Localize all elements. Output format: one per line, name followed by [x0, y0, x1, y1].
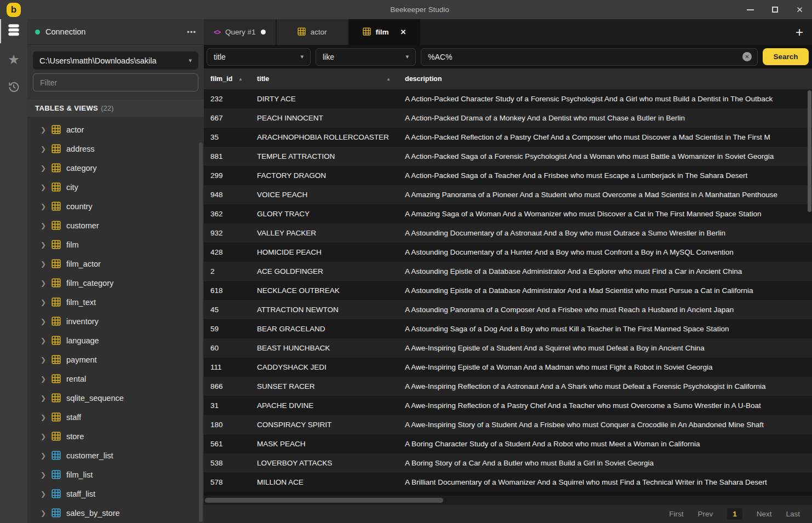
history-panel-button[interactable]: [0, 74, 27, 102]
table-row[interactable]: 60 BEAST HUNCHBACK A Awe-Inspiring Epist…: [204, 338, 812, 358]
cell-title[interactable]: GLORY TRACY: [250, 210, 398, 218]
cell-description[interactable]: A Astounding Saga of a Dog And a Boy who…: [398, 325, 812, 333]
vertical-scrollbar[interactable]: [808, 90, 811, 212]
cell-film-id[interactable]: 667: [204, 114, 250, 122]
sidebar-item-rental[interactable]: ❯ rental: [27, 369, 204, 388]
table-row[interactable]: 59 BEAR GRACELAND A Astounding Saga of a…: [204, 319, 812, 338]
cell-description[interactable]: A Amazing Panorama of a Pioneer And a St…: [398, 191, 812, 199]
column-header-description[interactable]: description: [398, 68, 812, 89]
tab-query-1[interactable]: <> Query #1: [204, 19, 276, 45]
cell-film-id[interactable]: 932: [204, 229, 250, 237]
column-header-title[interactable]: title ▲: [250, 68, 398, 89]
filter-column-select[interactable]: title ▾: [207, 48, 311, 66]
cell-description[interactable]: A Awe-Inspiring Epistle of a Student And…: [398, 344, 812, 352]
cell-description[interactable]: A Astounding Epistle of a Database Admin…: [398, 267, 812, 275]
cell-film-id[interactable]: 578: [204, 478, 250, 486]
cell-description[interactable]: A Astounding Epistle of a Database Admin…: [398, 286, 812, 295]
sidebar-item-language[interactable]: ❯ language: [27, 331, 204, 350]
table-row[interactable]: 180 CONSPIRACY SPIRIT A Awe-Inspiring St…: [204, 415, 812, 434]
pagination-prev[interactable]: Prev: [697, 510, 713, 518]
sidebar-item-film_text[interactable]: ❯ film_text: [27, 292, 204, 312]
sidebar-item-staff[interactable]: ❯ staff: [27, 407, 204, 427]
sidebar-item-sales_by_store[interactable]: ❯ sales_by_store: [27, 503, 204, 522]
cell-title[interactable]: VOICE PEACH: [250, 191, 398, 199]
cell-film-id[interactable]: 2: [204, 267, 250, 275]
cell-title[interactable]: BEAST HUNCHBACK: [250, 344, 398, 352]
tab-actor[interactable]: actor: [277, 19, 348, 45]
table-row[interactable]: 948 VOICE PEACH A Amazing Panorama of a …: [204, 185, 812, 204]
table-row[interactable]: 866 SUNSET RACER A Awe-Inspiring Reflect…: [204, 377, 812, 396]
cell-film-id[interactable]: 948: [204, 191, 250, 199]
sidebar-item-customer_list[interactable]: ❯ customer_list: [27, 446, 204, 465]
connection-menu-button[interactable]: •••: [187, 28, 196, 36]
cell-description[interactable]: A Action-Packed Saga of a Teacher And a …: [398, 171, 812, 180]
sidebar-item-city[interactable]: ❯ city: [27, 177, 204, 197]
cell-film-id[interactable]: 45: [204, 306, 250, 314]
cell-description[interactable]: A Action-Packed Character Study of a For…: [398, 95, 812, 103]
cell-title[interactable]: ARACHNOPHOBIA ROLLERCOASTER: [250, 133, 398, 141]
cell-description[interactable]: A Astounding Documentary of a Astronaut …: [398, 229, 812, 237]
cell-film-id[interactable]: 881: [204, 152, 250, 160]
cell-title[interactable]: ATTRACTION NEWTON: [250, 306, 398, 314]
cell-film-id[interactable]: 60: [204, 344, 250, 352]
cell-film-id[interactable]: 866: [204, 382, 250, 390]
cell-title[interactable]: BEAR GRACELAND: [250, 325, 398, 333]
sidebar-item-film_actor[interactable]: ❯ film_actor: [27, 254, 204, 273]
minimize-button[interactable]: [738, 0, 763, 19]
cell-title[interactable]: HOMICIDE PEACH: [250, 248, 398, 256]
cell-film-id[interactable]: 561: [204, 440, 250, 448]
sidebar-item-payment[interactable]: ❯ payment: [27, 350, 204, 369]
cell-film-id[interactable]: 180: [204, 421, 250, 429]
cell-description[interactable]: A Action-Packed Reflection of a Pastry C…: [398, 133, 812, 141]
cell-title[interactable]: VALLEY PACKER: [250, 229, 398, 237]
table-row[interactable]: 31 APACHE DIVINE A Awe-Inspiring Reflect…: [204, 396, 812, 415]
pagination-current-page[interactable]: 1: [727, 508, 742, 520]
pagination-next[interactable]: Next: [757, 510, 772, 518]
cell-description[interactable]: A Awe-Inspiring Story of a Student And a…: [398, 421, 812, 429]
sidebar-item-sqlite_sequence[interactable]: ❯ sqlite_sequence: [27, 388, 204, 407]
column-header-film-id[interactable]: film_id ▲: [204, 68, 250, 89]
cell-title[interactable]: DIRTY ACE: [250, 95, 398, 103]
cell-title[interactable]: LOVERBOY ATTACKS: [250, 459, 398, 467]
sidebar-item-film_category[interactable]: ❯ film_category: [27, 273, 204, 292]
cell-description[interactable]: A Astounding Documentary of a Hunter And…: [398, 248, 812, 256]
sidebar-item-address[interactable]: ❯ address: [27, 139, 204, 158]
table-row[interactable]: 35 ARACHNOPHOBIA ROLLERCOASTER A Action-…: [204, 128, 812, 147]
table-row[interactable]: 881 TEMPLE ATTRACTION A Action-Packed Sa…: [204, 147, 812, 166]
sidebar-item-customer[interactable]: ❯ customer: [27, 216, 204, 235]
cell-description[interactable]: A Awe-Inspiring Reflection of a Astronau…: [398, 382, 812, 390]
table-row[interactable]: 299 FACTORY DRAGON A Action-Packed Saga …: [204, 166, 812, 185]
sidebar-item-film[interactable]: ❯ film: [27, 235, 204, 254]
cell-title[interactable]: TEMPLE ATTRACTION: [250, 152, 398, 160]
filter-value-input[interactable]: [428, 53, 742, 61]
database-panel-button[interactable]: [0, 17, 27, 45]
cell-film-id[interactable]: 428: [204, 248, 250, 256]
cell-film-id[interactable]: 538: [204, 459, 250, 467]
cell-description[interactable]: A Action-Packed Drama of a Monkey And a …: [398, 114, 812, 122]
sidebar-scrollbar[interactable]: [199, 142, 203, 522]
cell-title[interactable]: CONSPIRACY SPIRIT: [250, 421, 398, 429]
cell-title[interactable]: SUNSET RACER: [250, 382, 398, 390]
cell-title[interactable]: MASK PEACH: [250, 440, 398, 448]
table-row[interactable]: 111 CADDYSHACK JEDI A Awe-Inspiring Epis…: [204, 358, 812, 377]
cell-description[interactable]: A Boring Story of a Car And a Butler who…: [398, 459, 812, 467]
table-row[interactable]: 932 VALLEY PACKER A Astounding Documenta…: [204, 223, 812, 243]
cell-description[interactable]: A Awe-Inspiring Reflection of a Pastry C…: [398, 401, 812, 410]
cell-title[interactable]: CADDYSHACK JEDI: [250, 363, 398, 371]
table-row[interactable]: 232 DIRTY ACE A Action-Packed Character …: [204, 89, 812, 108]
cell-film-id[interactable]: 31: [204, 401, 250, 410]
cell-description[interactable]: A Action-Packed Saga of a Forensic Psych…: [398, 152, 812, 160]
maximize-button[interactable]: [763, 0, 787, 19]
pagination-last[interactable]: Last: [786, 510, 800, 518]
table-row[interactable]: 561 MASK PEACH A Boring Character Study …: [204, 434, 812, 453]
table-row[interactable]: 667 PEACH INNOCENT A Action-Packed Drama…: [204, 108, 812, 128]
cell-title[interactable]: NECKLACE OUTBREAK: [250, 286, 398, 295]
table-row[interactable]: 45 ATTRACTION NEWTON A Astounding Panora…: [204, 300, 812, 319]
cell-film-id[interactable]: 232: [204, 95, 250, 103]
cell-film-id[interactable]: 362: [204, 210, 250, 218]
sidebar-filter-input[interactable]: [33, 73, 198, 91]
cell-title[interactable]: ACE GOLDFINGER: [250, 267, 398, 275]
close-window-button[interactable]: ✕: [787, 0, 812, 19]
horizontal-scrollbar-thumb[interactable]: [205, 498, 443, 503]
cell-film-id[interactable]: 35: [204, 133, 250, 141]
